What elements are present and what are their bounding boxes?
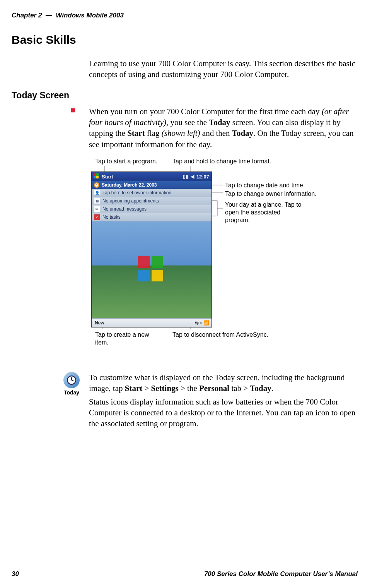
status-paragraph: Status icons display information such as… bbox=[89, 396, 358, 429]
intro-paragraph: Learning to use your 700 Color Computer … bbox=[89, 58, 358, 80]
owner-text: Tap here to set owner information bbox=[102, 190, 171, 195]
date-text: Saturday, March 22, 2003 bbox=[102, 182, 157, 188]
section-title-today: Today Screen bbox=[12, 90, 358, 101]
svg-rect-15 bbox=[94, 173, 96, 176]
chapter-label: Chapter 2 bbox=[12, 12, 42, 19]
footer-title: 700 Series Color Mobile Computer User’s … bbox=[204, 570, 358, 578]
system-tray: ⇆ ▫ 📶 bbox=[195, 320, 212, 326]
svg-rect-0 bbox=[71, 108, 75, 112]
callout-activesync: Tap to disconnect from ActiveSync. bbox=[172, 331, 268, 339]
callout-date-time: Tap to change date and time. bbox=[225, 182, 305, 189]
callout-owner-info: Tap to change owner information. bbox=[225, 190, 317, 198]
running-header: Chapter 2 — Windows Mobile 2003 bbox=[12, 12, 358, 19]
network-tray-icon[interactable]: ▫ bbox=[200, 320, 202, 326]
tasks-text: No tasks bbox=[102, 214, 121, 220]
owner-row[interactable]: 👤 Tap here to set owner information bbox=[92, 189, 212, 197]
windows-logo-icon bbox=[136, 254, 167, 285]
svg-rect-23 bbox=[152, 256, 163, 268]
appointments-row[interactable]: ▦ No upcoming appointments bbox=[92, 197, 212, 205]
windows-flag-icon bbox=[70, 108, 81, 121]
device-titlebar: Start ▯▮ ◀ 12:07 bbox=[92, 172, 212, 181]
wallpaper-area bbox=[92, 221, 212, 318]
callout-glance: Your day at a glance. Tap to open the as… bbox=[225, 201, 306, 224]
customize-paragraph: To customize what is displayed on the To… bbox=[89, 372, 358, 394]
new-button[interactable]: New bbox=[92, 320, 107, 326]
callout-start-program: Tap to start a program. bbox=[95, 158, 157, 165]
svg-rect-25 bbox=[152, 270, 163, 281]
callout-time-format: Tap and hold to change time format. bbox=[172, 158, 271, 165]
page-title: Basic Skills bbox=[12, 33, 358, 46]
svg-rect-18 bbox=[96, 176, 99, 178]
owner-icon: 👤 bbox=[94, 190, 100, 196]
today-app-icon: Today bbox=[63, 372, 80, 396]
svg-rect-17 bbox=[94, 176, 96, 178]
antenna-tray-icon[interactable]: 📶 bbox=[203, 320, 209, 326]
clock-label[interactable]: 12:07 bbox=[196, 174, 209, 180]
checkbox-icon: ✓ bbox=[94, 214, 100, 220]
signal-icon[interactable]: ▯▮ bbox=[183, 174, 188, 179]
page-footer: 30 700 Series Color Mobile Computer User… bbox=[12, 570, 358, 578]
messages-row[interactable]: ✉ No unread messages bbox=[92, 205, 212, 213]
activesync-tray-icon[interactable]: ⇆ bbox=[195, 320, 199, 326]
start-flag-icon[interactable] bbox=[92, 173, 102, 180]
svg-rect-24 bbox=[138, 270, 150, 281]
appointments-text: No upcoming appointments bbox=[102, 198, 159, 204]
customize-block: Today To customize what is displayed on … bbox=[89, 372, 358, 429]
callout-new-item: Tap to create a new item. bbox=[95, 331, 149, 346]
clock-icon bbox=[94, 182, 99, 188]
date-row[interactable]: Saturday, March 22, 2003 bbox=[92, 181, 212, 189]
device-screenshot: Start ▯▮ ◀ 12:07 Saturday, March 22, 200… bbox=[91, 171, 212, 327]
tasks-row[interactable]: ✓ No tasks bbox=[92, 213, 212, 221]
page-number: 30 bbox=[12, 570, 19, 578]
device-bottombar: New ⇆ ▫ 📶 bbox=[92, 318, 212, 327]
calendar-icon: ▦ bbox=[94, 198, 100, 204]
envelope-icon: ✉ bbox=[94, 206, 100, 212]
today-paragraph: When you turn on your 700 Color Computer… bbox=[89, 106, 358, 150]
header-separator: — bbox=[46, 12, 52, 19]
header-topic: Windows Mobile 2003 bbox=[56, 12, 124, 19]
today-screen-diagram: Tap to start a program. Tap and hold to … bbox=[89, 159, 358, 360]
start-label[interactable]: Start bbox=[102, 174, 113, 180]
today-paragraph-block: When you turn on your 700 Color Computer… bbox=[89, 106, 358, 150]
svg-rect-22 bbox=[138, 256, 150, 268]
messages-text: No unread messages bbox=[102, 206, 147, 212]
speaker-icon[interactable]: ◀ bbox=[191, 174, 194, 179]
today-icon-label: Today bbox=[64, 389, 79, 396]
svg-rect-16 bbox=[96, 173, 99, 176]
